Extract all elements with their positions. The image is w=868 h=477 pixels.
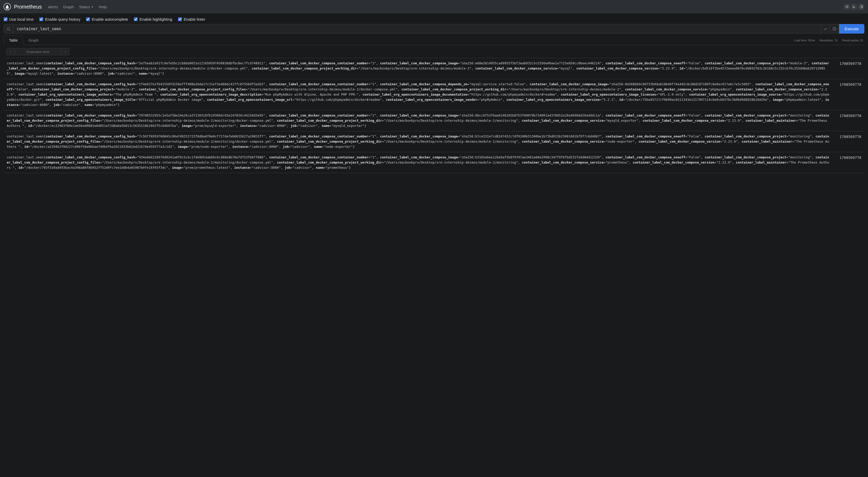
panel: Table Graph Load time: 32ms Resolution: … [4,36,864,173]
result-row: container_last_seen{container_label_com_… [4,152,864,173]
stat-series: Result series: 31 [842,39,863,42]
theme-moon-icon[interactable] [851,4,857,10]
options-bar: Use local time Enable query history Enab… [0,13,868,24]
eval-row [4,45,864,58]
history-icon[interactable] [830,24,839,34]
result-value: 1708509778 [830,82,861,108]
settings-icon[interactable] [844,4,850,10]
series-labels: container_last_seen{container_label_com_… [7,155,830,170]
eval-prev-button[interactable] [6,48,15,55]
series-labels: container_last_seen{container_label_com_… [7,113,830,128]
result-value: 1708509778 [830,61,861,76]
svg-point-3 [7,27,9,30]
series-labels: container_last_seen{container_label_com_… [7,134,830,149]
opt-highlighting[interactable]: Enable highlighting [134,17,172,22]
svg-rect-1 [6,8,8,9]
prometheus-logo-icon [4,3,11,10]
result-value: 1708509778 [830,134,861,149]
opt-query-history[interactable]: Enable query history [39,17,80,22]
nav-graph[interactable]: Graph [63,5,74,9]
results-table: container_last_seen{container_label_com_… [4,58,864,173]
execute-button[interactable]: Execute [839,24,864,34]
navbar-right [844,4,864,10]
navbar-brand[interactable]: Prometheus [4,3,42,10]
tab-table[interactable]: Table [4,36,23,45]
metrics-explorer-icon[interactable] [4,24,13,34]
result-value: 1708509778 [830,113,861,128]
nav-status[interactable]: Status ▼ [79,5,94,9]
series-labels: container_last_seen{container_label_com_… [7,61,830,76]
opt-local-time[interactable]: Use local time [4,17,34,22]
result-value: 1708509778 [830,155,861,170]
tab-graph[interactable]: Graph [23,36,44,45]
query-input[interactable] [13,24,821,34]
opt-autocomplete[interactable]: Enable autocomplete [86,17,128,22]
series-labels: container_last_seen{container_label_com_… [7,82,830,108]
eval-time-group [6,48,70,55]
eval-time-input[interactable] [15,48,61,55]
stats: Load time: 32ms Resolution: 7s Result se… [794,39,864,42]
nav-alerts[interactable]: Alerts [48,5,58,9]
eval-next-button[interactable] [61,48,69,55]
stat-load: Load time: 32ms [794,39,815,42]
navbar: Prometheus Alerts Graph Status ▼ Help [0,0,868,13]
result-row: container_last_seen{container_label_com_… [4,110,864,131]
result-row: container_last_seen{container_label_com_… [4,79,864,110]
tabs-row: Table Graph Load time: 32ms Resolution: … [4,36,864,45]
nav-links: Alerts Graph Status ▼ Help [48,5,107,9]
format-icon[interactable] [821,24,830,34]
stat-resolution: Resolution: 7s [819,39,838,42]
brand-text: Prometheus [14,4,42,10]
nav-help[interactable]: Help [99,5,107,9]
chevron-down-icon: ▼ [91,5,94,8]
result-row: container_last_seen{container_label_com_… [4,131,864,152]
contrast-icon[interactable] [858,4,864,10]
result-row: container_last_seen{container_label_com_… [4,58,864,79]
tabs: Table Graph [4,36,44,45]
opt-linter[interactable]: Enable linter [178,17,205,22]
query-row: Execute [0,24,868,36]
